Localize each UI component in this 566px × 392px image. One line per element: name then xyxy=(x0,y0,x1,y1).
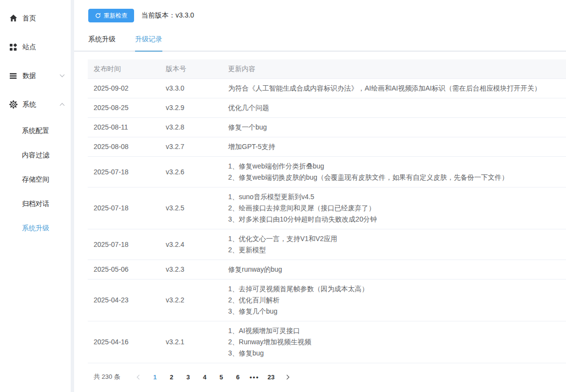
release-date-cell: 2025-09-02 xyxy=(88,79,160,98)
sidebar-item-label: 首页 xyxy=(22,14,36,23)
sidebar-item-label: 站点 xyxy=(22,43,36,52)
column-header-version: 版本号 xyxy=(160,63,222,75)
pagination-total: 共 230 条 xyxy=(88,373,126,381)
chevron-right-icon xyxy=(284,374,289,379)
tab-system-upgrade[interactable]: 系统升级 xyxy=(88,35,116,52)
recheck-button-label: 重新检查 xyxy=(104,12,127,20)
content-cell: 1、suno音乐模型更新到v4.5 2、绘画接口去掉意间和灵犀（接口已经废弃了）… xyxy=(222,187,566,229)
toolbar: 重新检查 当前版本：v3.3.0 xyxy=(88,9,566,22)
tabs: 系统升级 升级记录 xyxy=(74,35,566,52)
sidebar-item-data[interactable]: 数据 xyxy=(0,61,71,90)
sidebar-system-submenu: 系统配置 内容过滤 存储空间 归档对话 系统升级 xyxy=(0,119,71,241)
pager-pages: 123456 xyxy=(147,370,246,384)
current-version-text: 当前版本：v3.3.0 xyxy=(141,11,194,20)
chevron-up-icon xyxy=(60,103,65,108)
table-body: 2025-09-02v3.3.0为符合《人工智能生成合成内容标识办法》，AI绘画… xyxy=(88,79,566,363)
table-row: 2025-08-11v3.2.8修复一个bug xyxy=(88,118,566,137)
table-row: 2025-05-06v3.2.3修复runway的bug xyxy=(88,260,566,280)
sidebar-item-archived-chats[interactable]: 归档对话 xyxy=(0,192,71,216)
page-button-5[interactable]: 5 xyxy=(215,370,228,384)
release-date-cell: 2025-04-16 xyxy=(88,333,160,352)
table-row: 2025-08-25v3.2.9优化几个问题 xyxy=(88,98,566,118)
more-pages-button[interactable]: ••• xyxy=(248,370,261,384)
content-cell: 增加GPT-5支持 xyxy=(222,137,566,156)
column-header-content: 更新内容 xyxy=(222,63,566,75)
sidebar-item-label: 系统 xyxy=(22,100,36,109)
page-button-4[interactable]: 4 xyxy=(198,370,212,384)
gear-icon xyxy=(9,100,18,109)
table-header: 发布时间 版本号 更新内容 xyxy=(88,59,566,79)
chevron-down-icon xyxy=(60,73,65,77)
release-date-cell: 2025-07-18 xyxy=(88,199,160,218)
content-cell: 为符合《人工智能生成合成内容标识办法》，AI绘画和AI视频添加AI标识（需在后台… xyxy=(222,79,566,98)
release-date-cell: 2025-05-06 xyxy=(88,260,160,279)
table-row: 2025-07-18v3.2.61、修复web端创作分类折叠bug 2、修复we… xyxy=(88,157,566,187)
version-cell: v3.2.9 xyxy=(160,98,222,117)
page-button-3[interactable]: 3 xyxy=(181,370,195,384)
prev-page-button[interactable] xyxy=(132,370,145,384)
sidebar-item-sites[interactable]: 站点 xyxy=(0,33,71,61)
release-date-cell: 2025-08-11 xyxy=(88,118,160,137)
chevron-left-icon xyxy=(137,374,141,379)
sidebar: 首页 站点 数据 xyxy=(0,0,71,392)
version-cell: v3.2.4 xyxy=(160,235,222,254)
recheck-button[interactable]: 重新检查 xyxy=(88,9,134,22)
table-row: 2025-07-18v3.2.41、优化文心一言，支持V1和V2应用 2、更新模… xyxy=(88,229,566,260)
table-row: 2025-08-08v3.2.7增加GPT-5支持 xyxy=(88,137,566,157)
content-cell: 1、去掉可灵视频首尾帧参数（因为成本太高） 2、优化百川解析 3、修复几个bug xyxy=(222,280,566,321)
version-cell: v3.2.7 xyxy=(160,137,222,156)
grid-icon xyxy=(9,43,18,52)
page-button-6[interactable]: 6 xyxy=(231,370,245,384)
sidebar-item-system[interactable]: 系统 xyxy=(0,90,71,119)
pagination: 共 230 条 123456 ••• 23 xyxy=(88,370,566,384)
page-button-2[interactable]: 2 xyxy=(165,370,178,384)
last-page-button[interactable]: 23 xyxy=(264,370,278,384)
upgrade-records-table: 发布时间 版本号 更新内容 2025-09-02v3.3.0为符合《人工智能生成… xyxy=(88,59,566,363)
version-cell: v3.2.8 xyxy=(160,118,222,137)
table-row: 2025-04-16v3.2.11、AI视频增加可灵接口 2、Runway增加视… xyxy=(88,321,566,363)
sidebar-divider xyxy=(71,0,74,392)
home-icon xyxy=(9,14,18,23)
release-date-cell: 2025-08-08 xyxy=(88,137,160,156)
sidebar-item-content-filter[interactable]: 内容过滤 xyxy=(0,143,71,168)
version-cell: v3.2.6 xyxy=(160,163,222,182)
table-row: 2025-07-18v3.2.51、suno音乐模型更新到v4.5 2、绘画接口… xyxy=(88,187,566,229)
release-date-cell: 2025-04-23 xyxy=(88,291,160,310)
refresh-icon xyxy=(95,13,101,19)
content-cell: 1、AI视频增加可灵接口 2、Runway增加视频生视频 3、修复bug xyxy=(222,321,566,363)
table-row: 2025-09-02v3.3.0为符合《人工智能生成合成内容标识办法》，AI绘画… xyxy=(88,79,566,98)
version-cell: v3.2.5 xyxy=(160,199,222,218)
next-page-button[interactable] xyxy=(281,370,294,384)
version-cell: v3.2.1 xyxy=(160,333,222,352)
page-button-1[interactable]: 1 xyxy=(148,370,162,384)
content-cell: 1、修复web端创作分类折叠bug 2、修复web端切换皮肤的bug（会覆盖现有… xyxy=(222,157,566,187)
version-cell: v3.2.3 xyxy=(160,260,222,279)
content-cell: 1、优化文心一言，支持V1和V2应用 2、更新模型 xyxy=(222,229,566,260)
sidebar-item-label: 数据 xyxy=(22,72,36,80)
content-cell: 优化几个问题 xyxy=(222,98,566,117)
table-row: 2025-04-23v3.2.21、去掉可灵视频首尾帧参数（因为成本太高） 2、… xyxy=(88,280,566,321)
version-cell: v3.2.2 xyxy=(160,291,222,310)
content-cell: 修复一个bug xyxy=(222,118,566,137)
column-header-release-date: 发布时间 xyxy=(88,63,160,75)
release-date-cell: 2025-08-25 xyxy=(88,98,160,117)
sidebar-item-system-upgrade[interactable]: 系统升级 xyxy=(0,216,71,241)
release-date-cell: 2025-07-18 xyxy=(88,163,160,182)
list-icon xyxy=(9,72,18,80)
sidebar-item-system-config[interactable]: 系统配置 xyxy=(0,119,71,143)
tab-upgrade-records[interactable]: 升级记录 xyxy=(135,35,162,52)
version-cell: v3.3.0 xyxy=(160,79,222,98)
sidebar-item-storage-space[interactable]: 存储空间 xyxy=(0,168,71,192)
main-content: 重新检查 当前版本：v3.3.0 系统升级 升级记录 发布时间 版本号 更新内容… xyxy=(74,0,566,392)
content-cell: 修复runway的bug xyxy=(222,260,566,279)
sidebar-item-home[interactable]: 首页 xyxy=(0,4,71,33)
release-date-cell: 2025-07-18 xyxy=(88,235,160,254)
